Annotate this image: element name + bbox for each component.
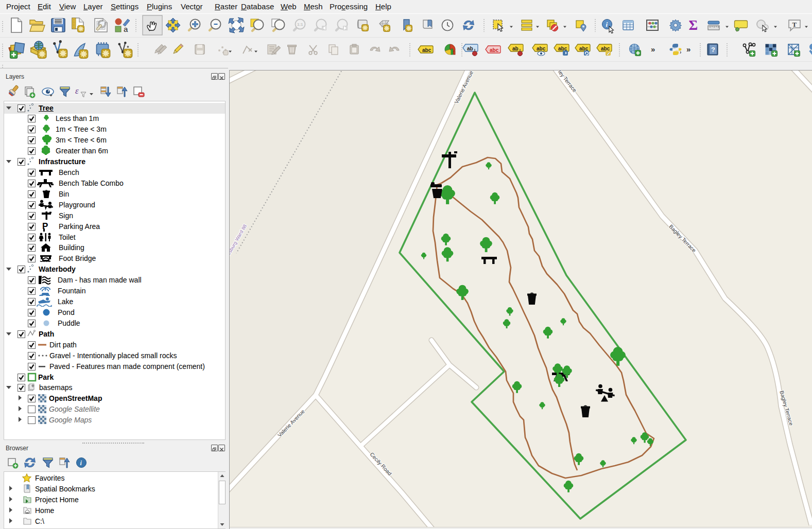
svg-text:i: i [606, 21, 608, 28]
svg-text:abc: abc [579, 46, 589, 51]
svg-text:»: » [686, 45, 690, 54]
svg-text:abc: abc [558, 46, 567, 51]
svg-text:P: P [42, 221, 48, 231]
svg-text:T: T [792, 21, 797, 28]
svg-text:»: » [651, 45, 655, 54]
svg-text:abc: abc [490, 47, 499, 53]
svg-text:abc: abc [601, 46, 610, 51]
svg-text:?: ? [711, 46, 715, 54]
svg-text:Σ: Σ [689, 17, 698, 33]
svg-text:a: a [124, 25, 128, 33]
svg-text:ab: ab [467, 46, 473, 51]
svg-text:1:1: 1:1 [297, 22, 303, 27]
svg-text:abc: abc [537, 46, 546, 51]
svg-text:abc: abc [422, 47, 431, 53]
svg-text:ab: ab [512, 46, 519, 51]
svg-text:›: › [680, 49, 681, 55]
svg-text:ε: ε [75, 86, 79, 96]
